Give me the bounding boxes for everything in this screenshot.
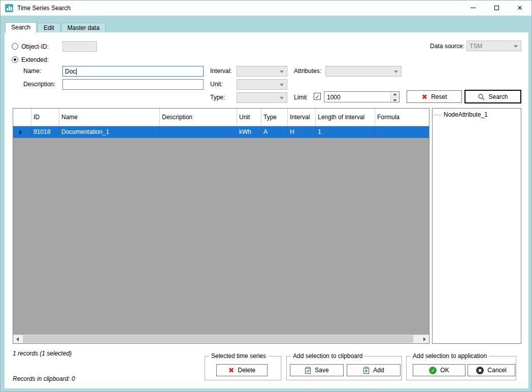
tree-branch-line [434,115,442,115]
clipboard-status-text: Records in clipboard: 0 [13,375,75,382]
limit-label: Limit [294,94,307,101]
column-header-formula[interactable]: Formula [375,109,429,126]
cancel-stop-icon [476,367,484,374]
type-label: Type: [210,94,225,101]
column-header-id[interactable]: ID [31,109,59,126]
grid-header-row: ID Name Description Unit Type Interval L… [13,109,429,126]
horizontal-scrollbar[interactable] [13,335,429,343]
spinner-buttons [390,92,399,102]
results-grid: ID Name Description Unit Type Interval L… [13,108,429,344]
column-header-description[interactable]: Description [160,109,237,126]
cell-description[interactable] [160,126,237,138]
column-header-name[interactable]: Name [59,109,160,126]
spinner-down-button[interactable] [391,97,399,102]
name-field[interactable]: Doc [62,66,204,77]
add-to-clipboard-group-title: Add selection to clipboard [291,352,364,360]
add-to-application-group-title: Add selection to application [411,352,489,360]
spinner-up-button[interactable] [391,92,399,97]
text-caret [76,68,77,75]
time-series-search-window: Time Series Search × Search Edit Master … [0,0,532,392]
scroll-left-button[interactable] [13,335,22,343]
cell-name[interactable]: Documentation_1 [59,126,160,138]
close-button[interactable]: × [508,1,531,15]
object-id-radio[interactable] [12,43,18,50]
minimize-button[interactable] [461,1,485,15]
scroll-thumb[interactable] [23,335,413,343]
chevron-left-icon [16,337,19,341]
close-icon: × [517,4,522,12]
cell-formula[interactable] [375,126,429,138]
window-controls: × [461,1,531,15]
window-titlebar: Time Series Search × [1,1,531,16]
object-id-label: Object-ID: [21,43,49,50]
cell-interval[interactable]: H [288,126,316,138]
limit-spinner[interactable]: 1000 [324,91,400,102]
chevron-down-icon [393,99,397,101]
description-label: Description: [23,81,55,88]
reset-button[interactable]: ✖ Reset [407,90,462,103]
search-button[interactable]: Search [464,90,521,103]
delete-button[interactable]: ✖ Delete [216,364,268,376]
type-select[interactable] [237,92,287,103]
node-attribute-tree: NodeAttribute_1 [432,108,521,344]
selected-time-series-group-title: Selected time series [209,352,268,360]
object-id-input[interactable] [62,41,97,52]
add-clipboard-icon [363,367,370,374]
save-button[interactable]: Save [290,364,344,376]
data-source-label: Data source: [430,43,464,50]
ok-button[interactable]: ✓ OK [413,364,466,376]
cell-length-of-interval[interactable]: 1 [316,126,375,138]
search-tab-panel: Object-ID: Data source: TSM Extended: Na… [5,32,528,388]
tab-search[interactable]: Search [5,22,37,33]
scroll-right-button[interactable] [420,335,429,343]
cell-id[interactable]: 91018 [31,126,59,138]
column-header-unit[interactable]: Unit [237,109,261,126]
column-header-length-of-interval[interactable]: Length of interval [316,109,375,126]
cell-unit[interactable]: kWh [237,126,261,138]
maximize-icon [494,6,499,10]
maximize-button[interactable] [485,1,508,15]
magnifier-icon [478,93,485,100]
extended-label: Extended: [21,56,49,63]
row-selector-cell[interactable] [13,126,31,138]
chevron-up-icon [393,93,397,95]
unit-label: Unit: [210,81,223,88]
check-icon: ✓ [315,94,319,100]
tree-item-nodeattribute[interactable]: NodeAttribute_1 [434,111,519,118]
current-row-arrow-icon [19,130,22,135]
table-row[interactable]: 91018 Documentation_1 kWh A H 1 [13,126,429,138]
interval-label: Interval: [210,67,232,75]
cell-type[interactable]: A [261,126,288,138]
window-title: Time Series Search [17,5,71,12]
minimize-icon [471,8,476,8]
limit-checkbox[interactable]: ✓ [314,93,321,100]
unit-select[interactable] [237,79,287,90]
reset-x-icon: ✖ [421,93,427,100]
interval-select[interactable] [237,66,287,77]
name-label: Name: [23,67,41,75]
cancel-button[interactable]: Cancel [468,364,515,376]
row-selector-header [13,109,31,126]
description-field[interactable] [62,79,204,90]
save-clipboard-icon [305,367,311,374]
column-header-type[interactable]: Type [261,109,288,126]
data-source-select[interactable]: TSM [467,41,521,51]
add-button[interactable]: Add [347,364,401,376]
app-chart-icon [5,4,13,12]
tab-edit[interactable]: Edit [38,23,60,32]
tab-strip: Search Edit Master data [5,22,107,32]
attributes-select[interactable] [325,66,402,77]
chevron-right-icon [423,337,426,341]
ok-check-icon: ✓ [429,367,437,374]
tab-master-data[interactable]: Master data [61,23,106,32]
extended-radio[interactable] [12,56,18,63]
records-status-text: 1 records (1 selected) [13,350,72,357]
delete-x-icon: ✖ [228,367,235,374]
attributes-label: Attributes: [294,67,321,75]
column-header-interval[interactable]: Interval [288,109,316,126]
